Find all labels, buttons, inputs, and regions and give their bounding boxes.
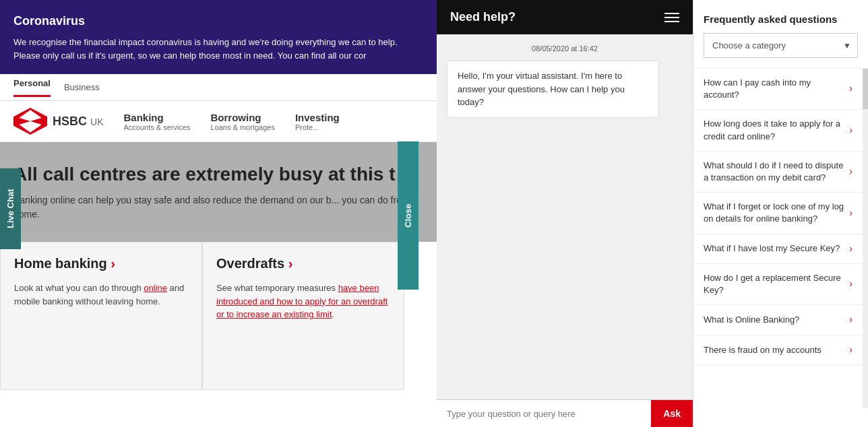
website-background: Coronavirus We recognise the financial i… (0, 0, 438, 427)
faq-panel: Frequently asked questions Choose a cate… (693, 0, 868, 427)
faq-item-text: How do I get a replacement Secure Key? (704, 272, 844, 296)
faq-item[interactable]: How can I pay cash into my account?› (693, 69, 863, 110)
corona-title: Coronavirus (13, 12, 425, 30)
chat-title: Need help? (450, 10, 516, 24)
faq-item-arrow: › (849, 82, 852, 96)
home-banking-title: Home banking › (14, 256, 188, 271)
chat-input-row: Ask (437, 399, 693, 427)
home-banking-card[interactable]: Home banking › Look at what you can do t… (0, 242, 202, 390)
nav-investing-sub: Prote... (295, 123, 340, 131)
faq-item-text: What is Online Banking? (704, 314, 844, 326)
hero-section: All call centres are extremely busy at t… (0, 142, 438, 242)
chat-panel: Need help? 08/05/2020 at 16:42 Hello, I'… (437, 0, 693, 427)
measures-link[interactable]: have been introduced and how to apply fo… (216, 283, 388, 319)
faq-item-text: What if I forget or lock one of my log o… (704, 201, 844, 225)
chat-welcome-text: Hello, I'm your virtual assistant. I'm h… (458, 71, 625, 107)
faq-item[interactable]: What if I forget or lock one of my log o… (693, 193, 863, 234)
faq-item[interactable]: What if I have lost my Secure Key?› (693, 234, 863, 265)
nav-investing-label: Investing (295, 112, 340, 123)
faq-item-text: There is fraud on my accounts (704, 344, 844, 356)
faq-item[interactable]: What should I do if I need to dispute a … (693, 152, 863, 193)
nav-borrowing[interactable]: Borrowing Loans & mortgages (211, 112, 275, 131)
faq-scrollbar-thumb (863, 69, 868, 109)
chat-input[interactable] (437, 400, 651, 427)
nav-borrowing-sub: Loans & mortgages (211, 123, 275, 131)
faq-item[interactable]: How do I get a replacement Secure Key?› (693, 264, 863, 305)
nav-banking-label: Banking (123, 112, 190, 123)
online-link[interactable]: online (144, 283, 167, 293)
overdrafts-body: See what temporary measures have been in… (216, 282, 390, 321)
main-navigation: Banking Accounts & services Borrowing Lo… (123, 112, 339, 131)
business-tab[interactable]: Business (64, 82, 100, 92)
personal-tab[interactable]: Personal (13, 78, 51, 97)
faq-item-arrow: › (849, 343, 852, 357)
hamburger-line-3 (664, 21, 679, 22)
hamburger-line-1 (664, 13, 679, 14)
faq-item-arrow: › (849, 313, 852, 327)
faq-item-arrow: › (849, 277, 852, 291)
chat-welcome-bubble: Hello, I'm your virtual assistant. I'm h… (447, 61, 659, 118)
hamburger-line-2 (664, 17, 679, 18)
faq-item[interactable]: What is Online Banking?› (693, 305, 863, 335)
faq-item-arrow: › (849, 207, 852, 220)
faq-list: How can I pay cash into my account?›How … (693, 69, 863, 408)
overdrafts-card[interactable]: Overdrafts › See what temporary measures… (202, 242, 404, 390)
cards-section: Home banking › Look at what you can do t… (0, 242, 438, 390)
chat-timestamp: 08/05/2020 at 16:42 (447, 44, 683, 53)
close-chat-button[interactable]: Close (398, 141, 418, 290)
nav-banking[interactable]: Banking Accounts & services (123, 112, 190, 131)
hsbc-brand-text: HSBC UK (53, 114, 103, 129)
faq-item-text: How can I pay cash into my account? (704, 77, 844, 101)
corona-banner: Coronavirus We recognise the financial i… (0, 0, 438, 74)
hamburger-menu[interactable] (664, 13, 679, 22)
chat-header: Need help? (437, 0, 693, 34)
live-chat-tab[interactable]: Live Chat (0, 168, 21, 249)
live-chat-label: Live Chat (5, 189, 16, 229)
hsbc-logo-icon (13, 108, 47, 135)
nav-banking-sub: Accounts & services (123, 123, 190, 131)
close-label: Close (403, 203, 413, 227)
site-header: HSBC UK Banking Accounts & services Borr… (0, 101, 438, 142)
chat-body: 08/05/2020 at 16:42 Hello, I'm your virt… (437, 34, 693, 399)
chat-ask-button[interactable]: Ask (651, 400, 693, 427)
faq-item[interactable]: There is fraud on my accounts› (693, 335, 863, 366)
faq-category-dropdown-wrapper: Choose a category ▼ (704, 33, 858, 58)
hero-title: All call centres are extremely busy at t… (13, 162, 425, 187)
hero-body: Banking online can help you stay safe an… (13, 193, 425, 222)
faq-item-text: How long does it take to apply for a cre… (704, 118, 844, 142)
nav-investing[interactable]: Investing Prote... (295, 112, 340, 131)
faq-scrollbar[interactable] (863, 69, 868, 408)
faq-header: Frequently asked questions Choose a cate… (693, 0, 868, 69)
faq-item-arrow: › (849, 165, 852, 178)
faq-category-dropdown[interactable]: Choose a category (704, 33, 858, 58)
nav-borrowing-label: Borrowing (211, 112, 275, 123)
faq-item-text: What should I do if I need to dispute a … (704, 160, 844, 184)
overdrafts-title: Overdrafts › (216, 256, 390, 271)
faq-item-text: What if I have lost my Secure Key? (704, 242, 844, 255)
faq-item-arrow: › (849, 124, 852, 137)
faq-scrollbar-wrapper: How can I pay cash into my account?›How … (693, 69, 868, 408)
faq-item-arrow: › (849, 242, 852, 256)
hsbc-logo[interactable]: HSBC UK (13, 108, 103, 135)
corona-body: We recognise the financial impact corona… (13, 36, 425, 62)
faq-title: Frequently asked questions (704, 13, 858, 25)
account-type-nav: Personal Business (0, 74, 438, 101)
faq-item[interactable]: How long does it take to apply for a cre… (693, 110, 863, 151)
home-banking-body: Look at what you can do through online a… (14, 282, 188, 308)
